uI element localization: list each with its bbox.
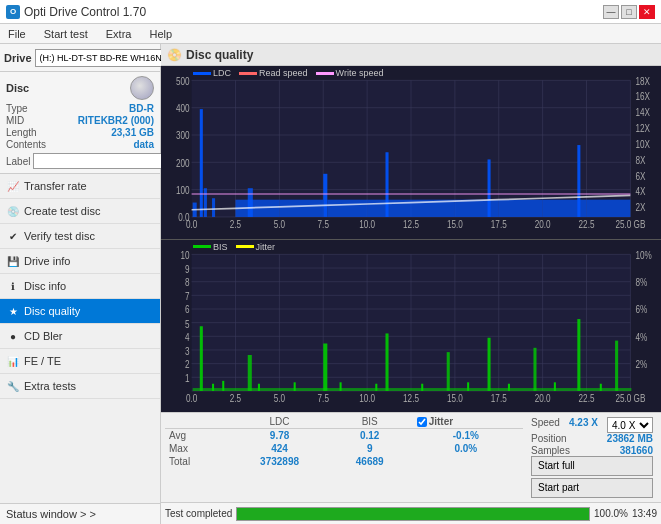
- svg-rect-124: [294, 382, 296, 391]
- svg-rect-52: [327, 200, 367, 217]
- disc-contents-label: Contents: [6, 139, 46, 150]
- samples-value: 381660: [620, 445, 653, 456]
- sidebar-item-verify-test-disc[interactable]: ✔ Verify test disc: [0, 224, 160, 249]
- svg-text:17.5: 17.5: [491, 392, 507, 405]
- disc-contents-value: data: [133, 139, 154, 150]
- svg-rect-56: [455, 200, 499, 217]
- svg-rect-61: [587, 200, 631, 217]
- svg-text:0.0: 0.0: [186, 218, 198, 231]
- speed-info-value: 4.23 X: [569, 417, 598, 433]
- sidebar-item-transfer-rate-label: Transfer rate: [24, 180, 87, 192]
- svg-text:10X: 10X: [635, 138, 650, 151]
- disc-type-row: Type BD-R: [6, 103, 154, 114]
- svg-rect-131: [600, 383, 602, 390]
- jitter-legend-color: [236, 245, 254, 248]
- stats-col-jitter-check[interactable]: Jitter: [409, 415, 523, 429]
- avg-bis: 0.12: [331, 429, 409, 443]
- disc-label-input[interactable]: [33, 153, 166, 169]
- transfer-rate-icon: 📈: [6, 179, 20, 193]
- close-button[interactable]: ✕: [639, 5, 655, 19]
- jitter-checkbox[interactable]: [417, 417, 427, 427]
- svg-text:2.5: 2.5: [230, 392, 242, 405]
- menu-extra[interactable]: Extra: [102, 26, 136, 42]
- sidebar-item-extra-tests[interactable]: 🔧 Extra tests: [0, 374, 160, 399]
- bis-chart-container: BIS Jitter: [161, 240, 661, 413]
- read-speed-legend-item: Read speed: [239, 68, 308, 78]
- title-bar-controls: — □ ✕: [603, 5, 655, 19]
- cd-bler-icon: ●: [6, 329, 20, 343]
- action-buttons: Start full Start part: [531, 456, 653, 498]
- svg-text:22.5: 22.5: [579, 218, 595, 231]
- svg-rect-117: [488, 337, 491, 390]
- svg-rect-49: [248, 188, 253, 217]
- svg-text:18X: 18X: [635, 74, 650, 87]
- avg-jitter: -0.1%: [409, 429, 523, 443]
- jitter-legend-label: Jitter: [256, 242, 276, 252]
- sidebar-item-disc-info-label: Disc info: [24, 280, 66, 292]
- svg-text:25.0 GB: 25.0 GB: [615, 218, 645, 231]
- disc-icon: [130, 76, 154, 100]
- stats-row-total: Total 3732898 46689: [165, 455, 523, 468]
- sidebar-item-create-test-disc[interactable]: 💿 Create test disc: [0, 199, 160, 224]
- svg-rect-113: [248, 355, 252, 391]
- svg-text:7.5: 7.5: [318, 218, 330, 231]
- sidebar-item-disc-quality[interactable]: ★ Disc quality: [0, 299, 160, 324]
- sidebar-item-fe-te[interactable]: 📊 FE / TE: [0, 349, 160, 374]
- svg-text:12.5: 12.5: [403, 392, 419, 405]
- svg-text:16X: 16X: [635, 90, 650, 103]
- sidebar-item-transfer-rate[interactable]: 📈 Transfer rate: [0, 174, 160, 199]
- svg-text:20.0: 20.0: [535, 218, 551, 231]
- svg-text:4%: 4%: [635, 330, 647, 343]
- speed-select-stats[interactable]: 4.0 X: [607, 417, 653, 433]
- svg-rect-116: [447, 352, 450, 391]
- svg-text:8%: 8%: [635, 275, 647, 288]
- sidebar: Drive (H:) HL-DT-ST BD-RE WH16NS58 TST4 …: [0, 44, 161, 524]
- start-part-button[interactable]: Start part: [531, 478, 653, 498]
- jitter-check-label: Jitter: [429, 416, 453, 427]
- status-window-button[interactable]: Status window > >: [0, 503, 160, 524]
- bis-legend-item: BIS: [193, 242, 228, 252]
- svg-rect-51: [323, 174, 327, 217]
- menu-file[interactable]: File: [4, 26, 30, 42]
- avg-ldc: 9.78: [228, 429, 330, 443]
- disc-mid-value: RITEKBR2 (000): [78, 115, 154, 126]
- svg-text:22.5: 22.5: [579, 392, 595, 405]
- svg-text:5.0: 5.0: [274, 392, 286, 405]
- content-header-icon: 📀: [167, 48, 182, 62]
- status-text: Test completed: [165, 508, 232, 519]
- sidebar-item-extra-tests-label: Extra tests: [24, 380, 76, 392]
- svg-rect-123: [258, 383, 260, 390]
- total-ldc: 3732898: [228, 455, 330, 468]
- start-full-button[interactable]: Start full: [531, 456, 653, 476]
- disc-quality-icon: ★: [6, 304, 20, 318]
- title-bar: O Opti Drive Control 1.70 — □ ✕: [0, 0, 661, 24]
- svg-rect-58: [499, 200, 543, 217]
- total-label: Total: [165, 455, 228, 468]
- max-bis: 9: [331, 442, 409, 455]
- svg-text:6: 6: [185, 302, 190, 315]
- svg-rect-130: [554, 382, 556, 391]
- minimize-button[interactable]: —: [603, 5, 619, 19]
- sidebar-item-disc-info[interactable]: ℹ Disc info: [0, 274, 160, 299]
- svg-text:10: 10: [180, 248, 189, 261]
- sidebar-item-drive-info[interactable]: 💾 Drive info: [0, 249, 160, 274]
- fe-te-icon: 📊: [6, 354, 20, 368]
- sidebar-item-drive-info-label: Drive info: [24, 255, 70, 267]
- menu-help[interactable]: Help: [145, 26, 176, 42]
- avg-label: Avg: [165, 429, 228, 443]
- svg-rect-122: [222, 380, 224, 390]
- sidebar-item-cd-bler-label: CD Bler: [24, 330, 63, 342]
- write-speed-legend-item: Write speed: [316, 68, 384, 78]
- ldc-legend-item: LDC: [193, 68, 231, 78]
- menu-start-test[interactable]: Start test: [40, 26, 92, 42]
- drive-toolbar: Drive (H:) HL-DT-ST BD-RE WH16NS58 TST4 …: [0, 44, 160, 72]
- svg-text:12X: 12X: [635, 122, 650, 135]
- disc-panel: Disc Type BD-R MID RITEKBR2 (000) Length…: [0, 72, 160, 174]
- svg-text:2X: 2X: [635, 201, 645, 214]
- svg-rect-112: [200, 326, 203, 391]
- read-speed-legend-color: [239, 72, 257, 75]
- stats-right: Speed 4.23 X 4.0 X Position 23862 MB Sam…: [527, 415, 657, 500]
- sidebar-item-cd-bler[interactable]: ● CD Bler: [0, 324, 160, 349]
- maximize-button[interactable]: □: [621, 5, 637, 19]
- drive-info-icon: 💾: [6, 254, 20, 268]
